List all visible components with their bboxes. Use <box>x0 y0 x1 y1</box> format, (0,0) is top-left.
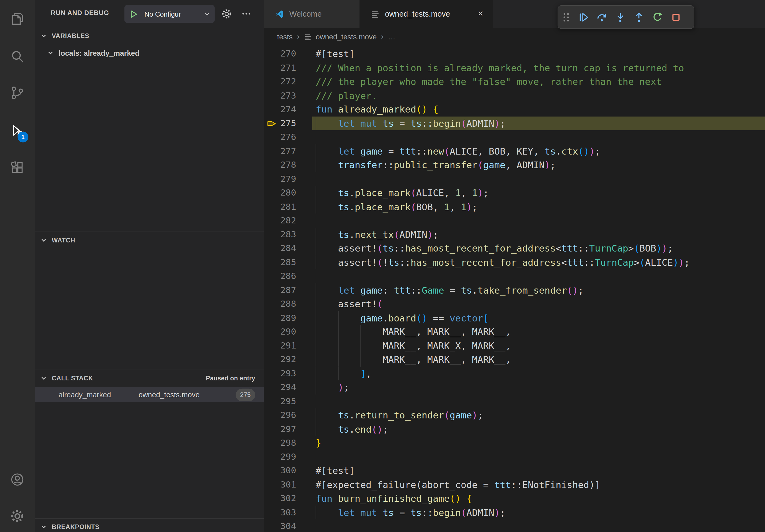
step-into-button[interactable] <box>611 6 629 28</box>
code-row[interactable]: 288 assert!( <box>264 297 765 311</box>
line-number[interactable]: 274 <box>264 102 296 116</box>
line-number[interactable]: 304 <box>264 519 296 532</box>
code-line-text[interactable]: let mut ts = ts::begin(ADMIN); <box>316 505 505 519</box>
code-row[interactable]: 271/// When a position is already marked… <box>264 61 765 75</box>
code-row[interactable]: 280 ts.place_mark(ALICE, 1, 1); <box>264 186 765 199</box>
code-line-text[interactable]: ts.return_to_sender(game); <box>316 408 483 422</box>
line-number[interactable]: 282 <box>264 213 296 227</box>
code-row[interactable]: 304 <box>264 519 765 532</box>
call-stack-section-header[interactable]: CALL STACK Paused on entry <box>35 370 264 386</box>
code-line-text[interactable]: ts.place_mark(BOB, 1, 1); <box>316 199 478 213</box>
code-row[interactable]: 291 MARK__, MARK_X, MARK__, <box>264 339 765 353</box>
tab-owned-tests-move[interactable]: owned_tests.move × <box>360 0 493 28</box>
code-line-text[interactable]: MARK__, MARK__, MARK__, <box>316 353 511 367</box>
code-line-text[interactable]: /// player. <box>316 89 377 102</box>
code-line-text[interactable]: assert!(!ts::has_most_recent_for_address… <box>316 255 690 269</box>
code-editor[interactable]: 270#[test]271/// When a position is alre… <box>264 45 765 532</box>
account-icon[interactable] <box>5 468 29 491</box>
explorer-icon[interactable] <box>5 7 29 30</box>
step-out-button[interactable] <box>629 6 648 28</box>
line-number[interactable]: 287 <box>264 283 296 297</box>
line-number[interactable]: 280 <box>264 186 296 199</box>
code-line-text[interactable]: ], <box>316 367 372 381</box>
code-line-text[interactable]: } <box>316 436 322 450</box>
code-row[interactable]: 275 let mut ts = ts::begin(ADMIN); <box>264 116 765 130</box>
code-row[interactable]: 277 let game = ttt::new(ALICE, BOB, KEY,… <box>264 144 765 158</box>
code-row[interactable]: 287 let game: ttt::Game = ts.take_from_s… <box>264 283 765 297</box>
code-row[interactable]: 301#[expected_failure(abort_code = ttt::… <box>264 478 765 492</box>
code-line-text[interactable]: transfer::public_transfer(game, ADMIN); <box>316 158 556 172</box>
line-number[interactable]: 293 <box>264 367 296 381</box>
code-line-text[interactable]: /// When a position is already marked, t… <box>316 61 684 75</box>
line-number[interactable]: 292 <box>264 353 296 367</box>
toolbar-drag-handle-icon[interactable] <box>558 6 574 28</box>
start-debug-icon[interactable] <box>130 10 138 18</box>
code-line-text[interactable]: #[expected_failure(abort_code = ttt::ENo… <box>316 478 600 492</box>
stop-button[interactable] <box>666 6 685 28</box>
watch-section-header[interactable]: WATCH <box>35 232 264 248</box>
line-number[interactable]: 291 <box>264 339 296 353</box>
code-row[interactable]: 286 <box>264 269 765 283</box>
breakpoints-section-header[interactable]: BREAKPOINTS <box>35 518 264 532</box>
code-line-text[interactable]: #[test] <box>316 47 355 61</box>
more-actions-icon[interactable] <box>239 6 254 21</box>
line-number[interactable]: 296 <box>264 408 296 422</box>
step-over-button[interactable] <box>592 6 611 28</box>
code-row[interactable]: 296 ts.return_to_sender(game); <box>264 408 765 422</box>
extensions-icon[interactable] <box>5 155 29 179</box>
code-line-text[interactable]: let game: ttt::Game = ts.take_from_sende… <box>316 283 584 297</box>
line-number[interactable]: 298 <box>264 436 296 450</box>
code-line-text[interactable]: assert!(ts::has_most_recent_for_address<… <box>316 241 673 255</box>
breadcrumb-item-tests[interactable]: tests <box>277 32 293 41</box>
stack-frame-row[interactable]: already_marked owned_tests.move 275 <box>35 387 264 402</box>
code-line-text[interactable]: ); <box>316 381 349 394</box>
line-number[interactable]: 289 <box>264 311 296 325</box>
code-row[interactable]: 278 transfer::public_transfer(game, ADMI… <box>264 158 765 172</box>
code-line-text[interactable]: let mut ts = ts::begin(ADMIN); <box>316 116 505 130</box>
search-icon[interactable] <box>5 45 29 68</box>
line-number[interactable]: 277 <box>264 144 296 158</box>
continue-button[interactable] <box>574 6 592 28</box>
launch-config-dropdown[interactable]: No Configur <box>124 5 215 23</box>
close-tab-icon[interactable]: × <box>474 7 487 20</box>
code-line-text[interactable]: let game = ttt::new(ALICE, BOB, KEY, ts.… <box>316 144 600 158</box>
line-number[interactable]: 288 <box>264 297 296 311</box>
line-number[interactable]: 300 <box>264 464 296 478</box>
line-number[interactable]: 273 <box>264 89 296 102</box>
line-number[interactable]: 281 <box>264 199 296 213</box>
breadcrumb-item-more[interactable]: … <box>388 32 395 41</box>
code-row[interactable]: 300#[test] <box>264 464 765 478</box>
line-number[interactable]: 276 <box>264 130 296 144</box>
code-line-text[interactable]: #[test] <box>316 464 355 478</box>
code-line-text[interactable]: ts.next_tx(ADMIN); <box>316 227 438 241</box>
code-line-text[interactable]: fun already_marked() { <box>316 102 438 116</box>
code-row[interactable]: 295 <box>264 394 765 408</box>
code-row[interactable]: 293 ], <box>264 367 765 381</box>
debug-settings-gear-icon[interactable] <box>219 6 234 21</box>
line-number[interactable]: 286 <box>264 269 296 283</box>
variables-scope-row[interactable]: locals: already_marked <box>35 45 264 60</box>
line-number[interactable]: 297 <box>264 422 296 436</box>
line-number[interactable]: 279 <box>264 172 296 186</box>
line-number[interactable]: 272 <box>264 75 296 89</box>
code-row[interactable]: 285 assert!(!ts::has_most_recent_for_add… <box>264 255 765 269</box>
code-row[interactable]: 282 <box>264 213 765 227</box>
line-number[interactable]: 290 <box>264 325 296 339</box>
code-row[interactable]: 279 <box>264 172 765 186</box>
code-row[interactable]: 283 ts.next_tx(ADMIN); <box>264 227 765 241</box>
tab-welcome[interactable]: Welcome <box>264 0 360 28</box>
line-number[interactable]: 271 <box>264 61 296 75</box>
code-row[interactable]: 299 <box>264 450 765 464</box>
variables-section-header[interactable]: VARIABLES <box>35 28 264 43</box>
code-line-text[interactable]: ts.end(); <box>316 422 388 436</box>
line-number[interactable]: 295 <box>264 394 296 408</box>
code-row[interactable]: 274fun already_marked() { <box>264 102 765 116</box>
line-number[interactable]: 294 <box>264 381 296 394</box>
line-number[interactable]: 283 <box>264 227 296 241</box>
breadcrumb-item-file[interactable]: owned_tests.move <box>316 32 377 41</box>
code-row[interactable]: 302fun burn_unfinished_game() { <box>264 492 765 505</box>
code-row[interactable]: 297 ts.end(); <box>264 422 765 436</box>
code-row[interactable]: 270#[test] <box>264 47 765 61</box>
code-row[interactable]: 273/// player. <box>264 89 765 102</box>
line-number[interactable]: 270 <box>264 47 296 61</box>
